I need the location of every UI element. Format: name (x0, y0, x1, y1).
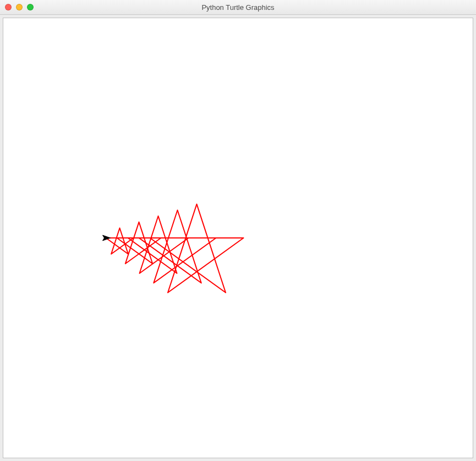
titlebar[interactable]: Python Turtle Graphics (0, 0, 476, 15)
zoom-icon[interactable] (27, 4, 34, 10)
turtle-canvas (3, 18, 473, 458)
close-icon[interactable] (5, 4, 12, 10)
app-window: Python Turtle Graphics (0, 0, 476, 461)
traffic-lights (0, 4, 34, 10)
window-title: Python Turtle Graphics (0, 3, 476, 12)
turtle-canvas-frame (3, 18, 473, 458)
minimize-icon[interactable] (16, 4, 23, 10)
client-area (0, 15, 476, 461)
